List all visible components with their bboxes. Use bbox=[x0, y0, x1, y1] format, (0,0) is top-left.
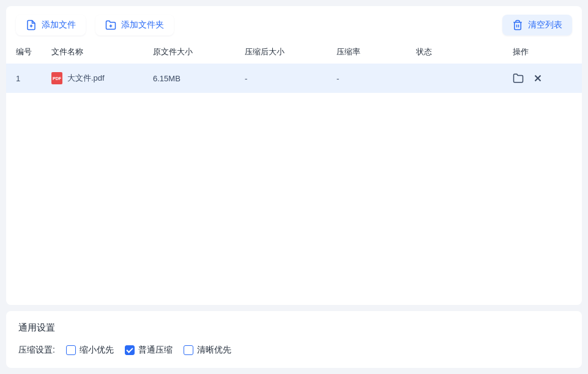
table-row[interactable]: 1 PDF 大文件.pdf 6.15MB - - bbox=[6, 64, 582, 93]
settings-title: 通用设置 bbox=[18, 322, 570, 334]
add-folder-label: 添加文件夹 bbox=[121, 20, 164, 31]
row-orig-size: 6.15MB bbox=[153, 74, 245, 83]
table-header: 编号 文件名称 原文件大小 压缩后大小 压缩率 状态 操作 bbox=[6, 42, 582, 64]
row-after-size: - bbox=[245, 74, 337, 83]
header-action: 操作 bbox=[513, 46, 572, 57]
settings-row: 压缩设置: 缩小优先 普通压缩 清晰优先 bbox=[18, 345, 570, 356]
checkbox-icon bbox=[125, 345, 135, 355]
header-status: 状态 bbox=[416, 46, 513, 57]
trash-icon bbox=[512, 20, 523, 31]
row-name-cell: PDF 大文件.pdf bbox=[51, 72, 153, 84]
row-ratio: - bbox=[337, 74, 416, 83]
row-index: 1 bbox=[16, 74, 51, 83]
add-file-button[interactable]: 添加文件 bbox=[16, 15, 86, 35]
add-folder-button[interactable]: 添加文件夹 bbox=[95, 15, 174, 35]
checkbox-shrink-priority[interactable]: 缩小优先 bbox=[66, 345, 114, 356]
settings-panel: 通用设置 压缩设置: 缩小优先 普通压缩 清晰优先 bbox=[6, 311, 582, 368]
pdf-icon: PDF bbox=[51, 72, 62, 84]
file-add-icon bbox=[26, 20, 37, 31]
clear-list-button[interactable]: 清空列表 bbox=[502, 15, 572, 35]
checkbox-icon bbox=[184, 345, 193, 355]
header-orig-size: 原文件大小 bbox=[153, 46, 245, 57]
folder-add-icon bbox=[105, 20, 116, 31]
compress-settings-label: 压缩设置: bbox=[18, 345, 55, 356]
header-ratio: 压缩率 bbox=[337, 46, 416, 57]
toolbar: 添加文件 添加文件夹 bbox=[6, 6, 582, 42]
row-filename: 大文件.pdf bbox=[67, 73, 105, 84]
checkbox-label: 缩小优先 bbox=[80, 345, 114, 356]
header-index: 编号 bbox=[16, 46, 51, 57]
checkbox-label: 清晰优先 bbox=[197, 345, 231, 356]
checkbox-label: 普通压缩 bbox=[138, 345, 173, 356]
clear-list-label: 清空列表 bbox=[528, 20, 562, 31]
checkbox-icon bbox=[66, 345, 76, 355]
table-body: 1 PDF 大文件.pdf 6.15MB - - bbox=[6, 64, 582, 305]
row-actions bbox=[513, 73, 572, 84]
open-folder-button[interactable] bbox=[513, 73, 524, 84]
add-file-label: 添加文件 bbox=[42, 20, 76, 31]
checkbox-normal-compress[interactable]: 普通压缩 bbox=[125, 345, 173, 356]
main-panel: 添加文件 添加文件夹 bbox=[6, 6, 582, 305]
header-after-size: 压缩后大小 bbox=[245, 46, 337, 57]
checkbox-clarity-priority[interactable]: 清晰优先 bbox=[184, 345, 231, 356]
remove-row-button[interactable] bbox=[532, 73, 543, 84]
header-name: 文件名称 bbox=[51, 46, 153, 57]
